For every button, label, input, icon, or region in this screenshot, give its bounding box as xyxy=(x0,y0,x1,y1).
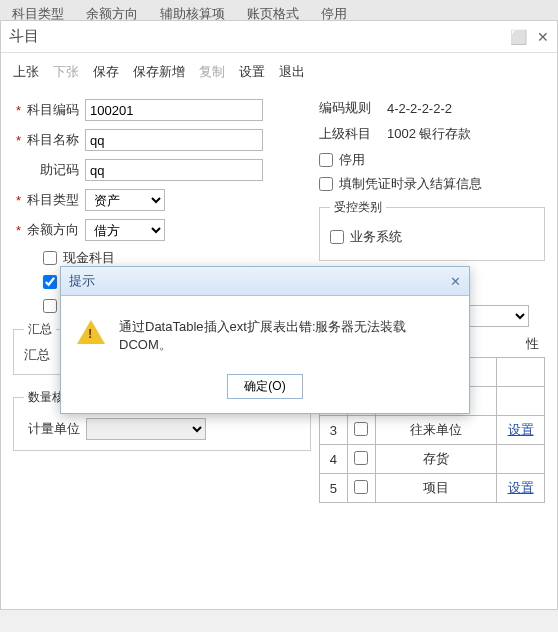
required-mark: * xyxy=(13,193,21,208)
row-num: 5 xyxy=(319,474,347,503)
dialog-title: 提示 xyxy=(69,272,95,290)
next-button: 下张 xyxy=(53,63,79,81)
row-set xyxy=(497,358,545,387)
row-name: 往来单位 xyxy=(375,416,496,445)
parent-label: 上级科目 xyxy=(319,125,379,143)
row-set xyxy=(497,445,545,474)
table-row: 5项目设置 xyxy=(319,474,544,503)
code-input[interactable] xyxy=(85,99,263,121)
biz-system-label: 业务系统 xyxy=(350,228,402,246)
type-label: 科目类型 xyxy=(23,191,79,209)
row-check-cell xyxy=(347,416,375,445)
row-set: 设置 xyxy=(497,474,545,503)
save-new-button[interactable]: 保存新增 xyxy=(133,63,185,81)
warning-icon xyxy=(77,320,105,344)
maximize-icon[interactable]: ⬜ xyxy=(510,30,527,44)
receive-legend: 受控类别 xyxy=(330,199,386,216)
exit-button[interactable]: 退出 xyxy=(279,63,305,81)
balance-select[interactable]: 借方 xyxy=(85,219,165,241)
copy-button: 复制 xyxy=(199,63,225,81)
required-mark: * xyxy=(13,103,21,118)
row-check[interactable] xyxy=(354,451,368,465)
unit-label: 计量单位 xyxy=(24,420,80,438)
toolbar: 上张 下张 保存 保存新增 复制 设置 退出 xyxy=(1,53,557,91)
row-num: 3 xyxy=(319,416,347,445)
disable-label: 停用 xyxy=(339,151,365,169)
balance-label: 余额方向 xyxy=(23,221,79,239)
close-icon[interactable]: ✕ xyxy=(537,30,549,44)
dialog-ok-button[interactable]: 确定(O) xyxy=(227,374,302,399)
check-2[interactable] xyxy=(43,275,57,289)
titlebar: 斗目 ⬜ ✕ xyxy=(1,21,557,53)
unit-select[interactable] xyxy=(86,418,206,440)
parent-value: 1002 银行存款 xyxy=(387,125,472,143)
biz-system-check[interactable] xyxy=(330,230,344,244)
dialog-close-icon[interactable]: ✕ xyxy=(450,274,461,289)
name-input[interactable] xyxy=(85,129,263,151)
receive-group: 受控类别 业务系统 xyxy=(319,199,545,261)
voucher-label: 填制凭证时录入结算信息 xyxy=(339,175,482,193)
rule-value: 4-2-2-2-2-2 xyxy=(387,101,452,116)
summary-legend: 汇总 xyxy=(24,321,56,338)
check-3[interactable] xyxy=(43,299,57,313)
name-label: 科目名称 xyxy=(23,131,79,149)
disable-check[interactable] xyxy=(319,153,333,167)
table-row: 3往来单位设置 xyxy=(319,416,544,445)
type-select[interactable]: 资产 xyxy=(85,189,165,211)
summary-label: 汇总 xyxy=(24,346,64,364)
row-name: 存货 xyxy=(375,445,496,474)
row-name: 项目 xyxy=(375,474,496,503)
row-set: 设置 xyxy=(497,416,545,445)
required-mark: * xyxy=(13,223,21,238)
cash-check-label: 现金科目 xyxy=(63,249,115,267)
window-title: 斗目 xyxy=(9,27,39,46)
settings-button[interactable]: 设置 xyxy=(239,63,265,81)
prev-button[interactable]: 上张 xyxy=(13,63,39,81)
code-label: 科目编码 xyxy=(23,101,79,119)
row-set xyxy=(497,387,545,416)
row-num: 4 xyxy=(319,445,347,474)
required-mark: * xyxy=(13,133,21,148)
mnemonic-input[interactable] xyxy=(85,159,263,181)
set-link[interactable]: 设置 xyxy=(508,480,534,495)
row-check-cell xyxy=(347,474,375,503)
save-button[interactable]: 保存 xyxy=(93,63,119,81)
voucher-check[interactable] xyxy=(319,177,333,191)
row-check[interactable] xyxy=(354,422,368,436)
set-link[interactable]: 设置 xyxy=(508,422,534,437)
dialog-message: 通过DataTable插入ext扩展表出错:服务器无法装载 DCOM。 xyxy=(119,318,453,354)
cash-check[interactable] xyxy=(43,251,57,265)
mnemonic-label: 助记码 xyxy=(23,161,79,179)
rule-label: 编码规则 xyxy=(319,99,379,117)
alert-dialog: 提示 ✕ 通过DataTable插入ext扩展表出错:服务器无法装载 DCOM。… xyxy=(60,266,470,414)
row-check-cell xyxy=(347,445,375,474)
table-row: 4存货 xyxy=(319,445,544,474)
row-check[interactable] xyxy=(354,480,368,494)
